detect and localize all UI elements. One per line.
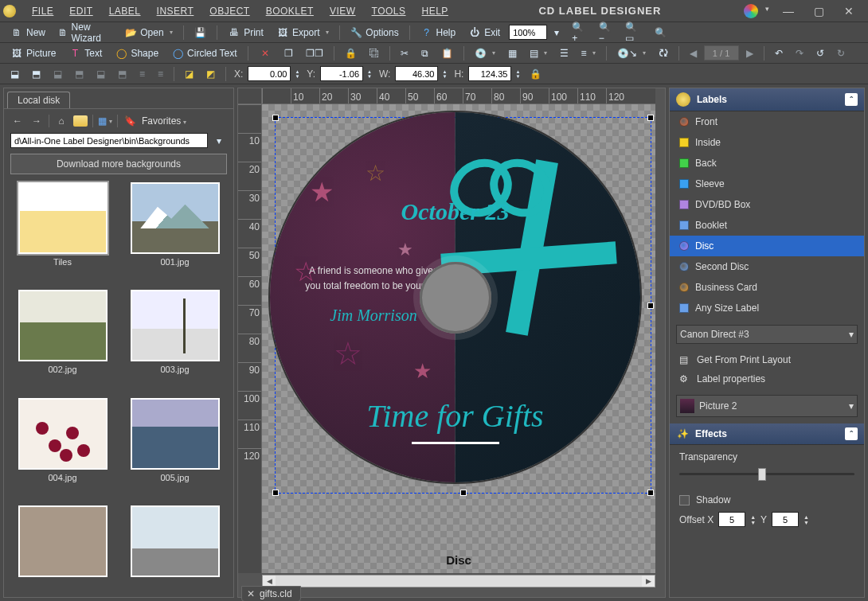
close-tab-icon[interactable]: ✕	[247, 588, 255, 599]
favorites-label[interactable]: Favorites	[142, 115, 186, 127]
nav-home-icon[interactable]: ⌂	[54, 114, 68, 128]
path-dropdown-icon[interactable]: ▾	[211, 133, 227, 149]
align-right-icon[interactable]: ⬒	[26, 66, 46, 82]
menu-tools[interactable]: TOOLS	[364, 2, 414, 20]
h-spinner-icon[interactable]: ▲▼	[513, 68, 522, 80]
y-spinner-icon[interactable]: ▲▼	[365, 68, 374, 80]
label-item-any-size-label[interactable]: Any Size Label	[670, 298, 864, 318]
duplicate-button[interactable]: ❐	[279, 45, 299, 61]
w-input[interactable]: 46.30	[395, 66, 438, 81]
insert-picture-button[interactable]: 🖼Picture	[5, 45, 61, 62]
date-text[interactable]: October 23	[401, 198, 510, 225]
thumb-extra-2[interactable]	[131, 505, 220, 577]
bookmark-icon[interactable]: 🔖	[123, 114, 137, 128]
menu-insert[interactable]: INSERT	[149, 2, 202, 20]
h-input[interactable]: 124.35	[468, 66, 511, 81]
undo-icon[interactable]: ↶	[769, 45, 788, 61]
menu-file[interactable]: FILE	[24, 2, 61, 20]
delete-button[interactable]: ✕	[253, 45, 277, 62]
menu-view[interactable]: VIEW	[322, 2, 364, 20]
open-button[interactable]: 📂Open	[119, 24, 178, 41]
thumb-001[interactable]	[131, 182, 220, 254]
zoom-fit-icon[interactable]: 🔍▭	[620, 19, 647, 46]
printer-select[interactable]: Canon Direct #3▾	[676, 325, 858, 344]
menu-object[interactable]: OBJECT	[201, 2, 257, 20]
disc-icon-button[interactable]: 💿	[469, 45, 501, 61]
redo-icon[interactable]: ↷	[790, 45, 809, 61]
thumb-003[interactable]	[131, 290, 220, 361]
shadow-checkbox[interactable]	[679, 495, 690, 505]
document-tab[interactable]: ✕ gifts.cld	[241, 586, 301, 601]
label-item-inside[interactable]: Inside	[670, 132, 864, 153]
align-hcenter-icon[interactable]: ⬓	[48, 66, 68, 82]
thumb-005[interactable]	[131, 398, 220, 470]
label-item-front[interactable]: Front	[670, 111, 864, 132]
new-button[interactable]: 🗎New	[5, 24, 51, 41]
label-item-booklet[interactable]: Booklet	[670, 215, 864, 236]
menu-label[interactable]: LABEL	[101, 2, 149, 20]
copy-button[interactable]: ⧉	[416, 45, 434, 61]
thumb-tiles[interactable]	[18, 182, 108, 254]
window-close-icon[interactable]: ✕	[843, 5, 855, 18]
print-button[interactable]: 🖶Print	[222, 24, 269, 41]
effects-panel-header[interactable]: ✨ Effects ˆ	[670, 423, 864, 445]
label-item-disc[interactable]: Disc	[670, 236, 864, 256]
options-button[interactable]: 🔧Options	[344, 24, 404, 41]
grid-icon[interactable]: ▦	[502, 45, 522, 61]
align-bottom-icon[interactable]: ⬓	[91, 66, 111, 82]
refresh-icon[interactable]: 🗘	[653, 45, 674, 61]
cut-button[interactable]: ✂	[395, 45, 414, 61]
labels-panel-header[interactable]: Labels ˆ	[670, 88, 864, 111]
export-button[interactable]: 🖼Export	[271, 24, 334, 41]
x-spinner-icon[interactable]: ▲▼	[292, 68, 302, 80]
tab-local-disk[interactable]: Local disk	[7, 92, 70, 108]
help-button[interactable]: ?Help	[415, 24, 462, 41]
align-vcenter-icon[interactable]: ⬒	[112, 66, 132, 82]
theme-palette-icon[interactable]	[744, 4, 758, 18]
path-input[interactable]: d\All-in-One Label Designer\bin\Backgrou…	[10, 133, 208, 148]
insert-shape-button[interactable]: ◯Shape	[109, 45, 164, 62]
page-prev-icon[interactable]: ◀	[684, 45, 702, 61]
align-left-icon[interactable]: ⬓	[5, 66, 25, 82]
align-top-icon[interactable]: ⬒	[69, 66, 89, 82]
list-icon[interactable]: ≡	[576, 45, 601, 61]
menu-edit[interactable]: EDIT	[61, 2, 100, 20]
download-backgrounds-button[interactable]: Download more backgrounds	[10, 154, 227, 174]
label-item-dvd-bd-box[interactable]: DVD/BD Box	[670, 194, 864, 215]
scroll-left-icon[interactable]: ◀	[263, 576, 276, 587]
w-spinner-icon[interactable]: ▲▼	[440, 68, 449, 80]
nav-back-icon[interactable]: ←	[10, 114, 25, 128]
object-select[interactable]: Picture 2▾	[676, 395, 858, 417]
zoom-actual-icon[interactable]: 🔍	[649, 25, 672, 41]
save-button[interactable]: 💾	[188, 24, 212, 41]
collapse-icon[interactable]: ˆ	[845, 427, 858, 440]
horizontal-scrollbar[interactable]: ◀ ▶	[262, 575, 655, 587]
color-icon[interactable]: ▤	[524, 45, 553, 61]
transparency-slider[interactable]	[679, 466, 854, 482]
nav-forward-icon[interactable]: →	[29, 114, 44, 128]
menu-booklet[interactable]: BOOKLET	[258, 2, 322, 20]
label-item-back[interactable]: Back	[670, 153, 864, 174]
collapse-icon[interactable]: ˆ	[845, 93, 858, 106]
zoom-dropdown-icon[interactable]: ▾	[549, 25, 565, 41]
menu-help[interactable]: HELP	[414, 2, 456, 20]
work-surface[interactable]: ★ ☆ ☆ ★ ☆ ★ October 23 A friend is someo…	[262, 104, 655, 573]
get-from-layout-link[interactable]: ▤Get From Print Layout	[670, 350, 864, 369]
thumb-extra-1[interactable]	[18, 505, 108, 577]
x-input[interactable]: 0.00	[248, 66, 291, 81]
send-back-icon[interactable]: ◩	[201, 66, 221, 82]
thumb-002[interactable]	[18, 290, 108, 361]
distribute-h-icon[interactable]: ≡	[134, 66, 151, 82]
undo-all-icon[interactable]: ↺	[811, 45, 830, 61]
page-next-icon[interactable]: ▶	[741, 45, 759, 61]
view-mode-icon[interactable]: ▦	[98, 114, 112, 128]
lock-button[interactable]: 🔒	[339, 45, 362, 61]
insert-circled-text-button[interactable]: ◯Circled Text	[166, 45, 242, 62]
offset-y-input[interactable]: 5	[772, 512, 799, 527]
new-wizard-button[interactable]: 🗎New Wizard	[53, 19, 117, 46]
scroll-right-icon[interactable]: ▶	[642, 576, 655, 587]
offset-x-input[interactable]: 5	[718, 512, 745, 527]
exit-button[interactable]: ⏻Exit	[463, 24, 506, 41]
disc-label[interactable]: ★ ☆ ☆ ★ ☆ ★ October 23 A friend is someo…	[270, 112, 640, 482]
paste-button[interactable]: 📋	[436, 45, 459, 61]
